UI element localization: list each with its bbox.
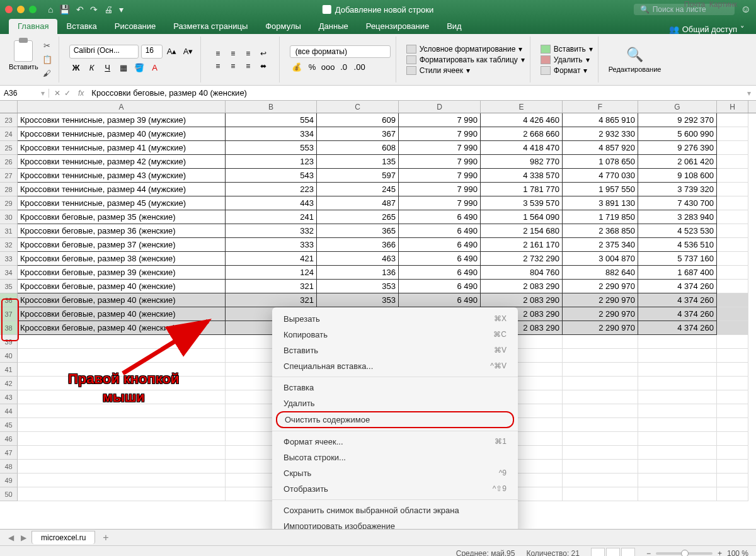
- cell[interactable]: [638, 446, 717, 460]
- underline-button[interactable]: Ч: [101, 61, 115, 75]
- cell[interactable]: Кроссовки беговые, размер 40 (женские): [18, 293, 226, 307]
- zoom-slider[interactable]: [656, 552, 713, 555]
- zoom-in-icon[interactable]: +: [718, 549, 722, 557]
- decrease-font-icon[interactable]: A▾: [181, 45, 195, 59]
- cell[interactable]: 6 490: [399, 280, 481, 293]
- table-row[interactable]: 31 Кроссовки беговые, размер 36 (женские…: [0, 224, 756, 238]
- cell[interactable]: [563, 474, 638, 487]
- table-row[interactable]: 24 Кроссовки теннисные, размер 40 (мужск…: [0, 127, 756, 141]
- cell[interactable]: 4 418 470: [481, 141, 563, 155]
- align-bottom-icon[interactable]: ≡: [241, 48, 255, 59]
- cell[interactable]: [717, 169, 748, 183]
- cell[interactable]: 4 536 510: [638, 238, 717, 252]
- cell[interactable]: [18, 460, 226, 474]
- table-row[interactable]: 32 Кроссовки беговые, размер 37 (женские…: [0, 238, 756, 252]
- cell[interactable]: 7 430 700: [638, 196, 717, 210]
- cell[interactable]: 4 338 570: [481, 169, 563, 183]
- cell[interactable]: 4 374 260: [638, 307, 717, 321]
- maximize-window[interactable]: [29, 6, 37, 13]
- cell[interactable]: [18, 474, 226, 487]
- close-window[interactable]: [5, 6, 13, 13]
- cell[interactable]: 3 891 130: [563, 196, 638, 210]
- table-row[interactable]: 35 Кроссовки беговые, размер 40 (женские…: [0, 280, 756, 293]
- save-icon[interactable]: 💾: [59, 4, 70, 14]
- align-middle-icon[interactable]: ≡: [226, 48, 240, 59]
- tab-view[interactable]: Вид: [438, 19, 471, 34]
- add-sheet-button[interactable]: +: [98, 532, 113, 543]
- row-header[interactable]: 47: [0, 446, 18, 460]
- cell[interactable]: 4 374 260: [638, 321, 717, 335]
- home-icon[interactable]: ⌂: [48, 4, 53, 14]
- cell[interactable]: 609: [317, 113, 399, 127]
- format-painter-icon[interactable]: 🖌: [41, 68, 54, 79]
- cell[interactable]: 6 490: [399, 252, 481, 266]
- cell[interactable]: 241: [226, 210, 317, 224]
- cell[interactable]: 2 290 970: [563, 307, 638, 321]
- cell-styles-button[interactable]: Стили ячеек ▾: [406, 66, 525, 75]
- cell[interactable]: [717, 183, 748, 196]
- cell[interactable]: 2 732 290: [481, 252, 563, 266]
- cell[interactable]: 7 990: [399, 155, 481, 169]
- table-row[interactable]: 36 Кроссовки беговые, размер 40 (женские…: [0, 293, 756, 307]
- col-header-f[interactable]: F: [563, 101, 638, 113]
- cell[interactable]: 245: [317, 183, 399, 196]
- cell[interactable]: 2 290 970: [563, 280, 638, 293]
- italic-button[interactable]: К: [85, 61, 99, 75]
- cell[interactable]: [717, 349, 748, 363]
- cell[interactable]: [717, 238, 748, 252]
- cell[interactable]: [717, 307, 748, 321]
- undo-icon[interactable]: ↶: [76, 4, 84, 14]
- find-icon[interactable]: 🔍: [626, 47, 643, 63]
- cell[interactable]: [638, 418, 717, 432]
- row-header[interactable]: 23: [0, 113, 18, 127]
- table-row[interactable]: 34 Кроссовки беговые, размер 39 (женские…: [0, 266, 756, 280]
- cell[interactable]: 553: [226, 141, 317, 155]
- conditional-format-button[interactable]: Условное форматирование ▾: [406, 45, 525, 54]
- cell[interactable]: [717, 127, 748, 141]
- cell[interactable]: [717, 446, 748, 460]
- cell[interactable]: Кроссовки беговые, размер 39 (женские): [18, 266, 226, 280]
- context-menu-item[interactable]: Импортировать изображение: [272, 518, 518, 529]
- cell[interactable]: [717, 280, 748, 293]
- number-format-select[interactable]: (все форматы): [290, 45, 391, 58]
- cell[interactable]: 7 990: [399, 169, 481, 183]
- table-row[interactable]: 33 Кроссовки беговые, размер 38 (женские…: [0, 252, 756, 266]
- row-header[interactable]: 25: [0, 141, 18, 155]
- row-header[interactable]: 28: [0, 183, 18, 196]
- col-header-c[interactable]: C: [317, 101, 399, 113]
- minimize-window[interactable]: [17, 6, 25, 13]
- cell[interactable]: [563, 460, 638, 474]
- normal-view-icon[interactable]: [591, 548, 605, 557]
- cell[interactable]: 367: [317, 127, 399, 141]
- cell[interactable]: 2 154 680: [481, 224, 563, 238]
- context-menu-item[interactable]: Вставить⌘V: [272, 343, 518, 358]
- col-header-h[interactable]: H: [717, 101, 748, 113]
- cell[interactable]: [638, 363, 717, 377]
- cell[interactable]: [717, 460, 748, 474]
- cell[interactable]: 4 770 030: [563, 169, 638, 183]
- cell[interactable]: 2 161 170: [481, 238, 563, 252]
- cell[interactable]: 6 490: [399, 210, 481, 224]
- cell[interactable]: 334: [226, 127, 317, 141]
- cell[interactable]: [563, 335, 638, 349]
- page-break-icon[interactable]: [621, 548, 635, 557]
- cell[interactable]: [563, 432, 638, 446]
- format-cells-button[interactable]: Формат ▾: [541, 66, 593, 75]
- row-header[interactable]: 37: [0, 307, 18, 321]
- tab-draw[interactable]: Рисование: [106, 19, 164, 34]
- cell[interactable]: 2 083 290: [481, 280, 563, 293]
- row-header[interactable]: 49: [0, 474, 18, 487]
- row-header[interactable]: 42: [0, 377, 18, 390]
- feedback-icon[interactable]: ☺: [741, 4, 751, 15]
- cell[interactable]: 223: [226, 183, 317, 196]
- row-header[interactable]: 29: [0, 196, 18, 210]
- cell[interactable]: [638, 390, 717, 404]
- col-header-e[interactable]: E: [481, 101, 563, 113]
- cell[interactable]: 333: [226, 238, 317, 252]
- col-header-d[interactable]: D: [399, 101, 481, 113]
- cell[interactable]: 5 600 990: [638, 127, 717, 141]
- cell[interactable]: [563, 363, 638, 377]
- col-header-b[interactable]: B: [226, 101, 317, 113]
- cell[interactable]: Кроссовки беговые, размер 38 (женские): [18, 252, 226, 266]
- cell[interactable]: [717, 266, 748, 280]
